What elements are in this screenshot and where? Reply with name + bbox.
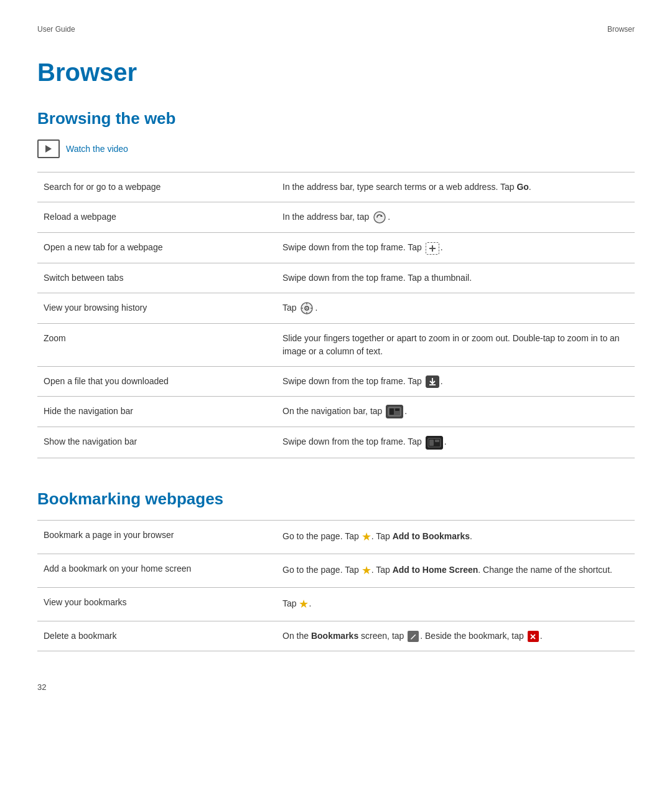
bookmarking-table: Bookmark a page in your browser Go to th… (37, 520, 635, 651)
description-cell: Tap ★. (276, 587, 635, 621)
action-cell: View your bookmarks (37, 587, 276, 621)
action-cell: Zoom (37, 323, 276, 366)
new-tab-icon (426, 242, 439, 255)
description-cell: Swipe down from the top frame. Tap . (276, 233, 635, 263)
table-row: Zoom Slide your fingers together or apar… (37, 323, 635, 366)
action-cell: Bookmark a page in your browser (37, 520, 276, 554)
svg-rect-14 (390, 408, 394, 415)
svg-line-19 (415, 635, 416, 635)
svg-point-0 (374, 212, 385, 223)
section-title-bookmarking: Bookmarking webpages (37, 489, 635, 509)
description-cell: In the address bar, tap . (276, 202, 635, 233)
description-cell: Swipe down from the top frame. Tap a thu… (276, 263, 635, 293)
page-title: Browser (37, 59, 635, 87)
nav-show-icon (426, 436, 443, 450)
browsing-table: Search for or go to a webpage In the add… (37, 172, 635, 458)
edit-icon (408, 631, 419, 642)
video-icon (37, 139, 60, 158)
svg-rect-17 (429, 440, 434, 446)
downloads-icon (426, 375, 439, 388)
nav-hide-icon (386, 405, 403, 418)
history-icon (300, 301, 314, 315)
description-cell: Slide your fingers together or apart to … (276, 323, 635, 366)
action-cell: Hide the navigation bar (37, 397, 276, 427)
section-title-browsing: Browsing the web (37, 109, 635, 128)
action-cell: Show the navigation bar (37, 427, 276, 458)
action-cell: Delete a bookmark (37, 621, 276, 651)
table-row: Show the navigation bar Swipe down from … (37, 427, 635, 458)
svg-rect-18 (435, 440, 439, 442)
action-cell: Open a new tab for a webpage (37, 233, 276, 263)
watch-video-link[interactable]: Watch the video (66, 144, 128, 154)
table-row: View your browsing history Tap . (37, 293, 635, 323)
star-icon: ★ (362, 531, 371, 543)
table-row: Switch between tabs Swipe down from the … (37, 263, 635, 293)
header-right: Browser (607, 25, 635, 34)
table-row: Reload a webpage In the address bar, tap… (37, 202, 635, 233)
svg-point-6 (306, 308, 307, 309)
table-row: Add a bookmark on your home screen Go to… (37, 554, 635, 587)
description-cell: Swipe down from the top frame. Tap . (276, 366, 635, 396)
action-cell: Search for or go to a webpage (37, 172, 276, 202)
page-number: 32 (37, 682, 635, 692)
description-cell: In the address bar, type search terms or… (276, 172, 635, 202)
table-row: Delete a bookmark On the Bookmarks scree… (37, 621, 635, 651)
table-row: Open a file that you downloaded Swipe do… (37, 366, 635, 396)
description-cell: Swipe down from the top frame. Tap . (276, 427, 635, 458)
table-row: Bookmark a page in your browser Go to th… (37, 520, 635, 554)
action-cell: Switch between tabs (37, 263, 276, 293)
description-cell: Tap . (276, 293, 635, 323)
table-row: Open a new tab for a webpage Swipe down … (37, 233, 635, 263)
description-cell: On the Bookmarks screen, tap . Beside th… (276, 621, 635, 651)
delete-icon (528, 631, 539, 642)
reload-icon (373, 210, 386, 224)
header-left: User Guide (37, 25, 75, 34)
description-cell: Go to the page. Tap ★. Tap Add to Bookma… (276, 520, 635, 554)
watch-video-row: Watch the video (37, 139, 635, 158)
action-cell: View your browsing history (37, 293, 276, 323)
header-bar: User Guide Browser (37, 25, 635, 34)
action-cell: Add a bookmark on your home screen (37, 554, 276, 587)
description-cell: Go to the page. Tap ★. Tap Add to Home S… (276, 554, 635, 587)
svg-rect-15 (395, 408, 399, 411)
description-cell: On the navigation bar, tap . (276, 397, 635, 427)
action-cell: Open a file that you downloaded (37, 366, 276, 396)
star-icon-3: ★ (299, 598, 309, 610)
table-row: Search for or go to a webpage In the add… (37, 172, 635, 202)
table-row: View your bookmarks Tap ★. (37, 587, 635, 621)
star-icon-2: ★ (362, 564, 371, 577)
table-row: Hide the navigation bar On the navigatio… (37, 397, 635, 427)
action-cell: Reload a webpage (37, 202, 276, 233)
